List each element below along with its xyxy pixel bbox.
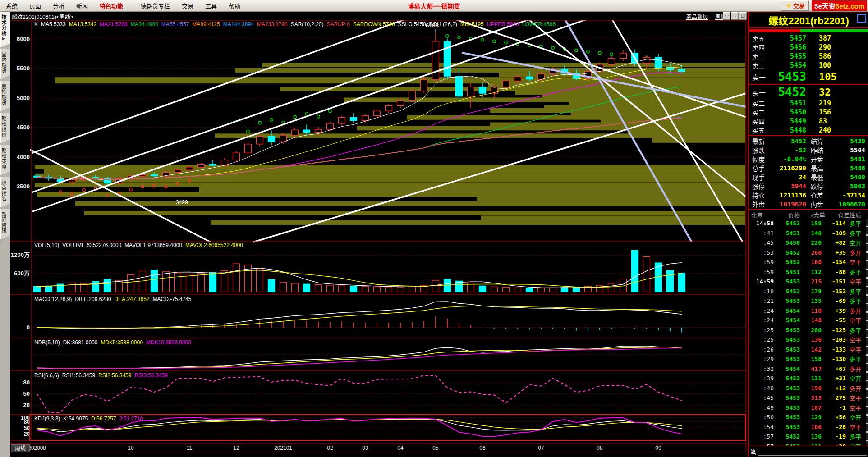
tick-row[interactable]: :265453142-133空平 xyxy=(749,345,868,355)
menu-item-页面[interactable]: 页面 xyxy=(23,0,47,11)
tick-row[interactable]: :255453280-125多平 xyxy=(749,325,868,335)
profile-bar xyxy=(481,215,745,220)
bid-row[interactable]: 买二5451219 xyxy=(749,99,868,108)
tick-row[interactable]: :595452160-154空平 xyxy=(749,257,868,267)
ask-row[interactable]: 卖二5454100 xyxy=(749,61,868,70)
sar-dot xyxy=(458,36,460,39)
candle-body xyxy=(233,153,240,160)
menu-item-工具[interactable]: 工具 xyxy=(199,0,223,11)
divider xyxy=(749,135,868,136)
volume-bar xyxy=(139,271,146,292)
tick-row[interactable]: :535452260+35多开 xyxy=(749,248,868,258)
volume-bar xyxy=(339,286,345,292)
next-arrow-button[interactable]: ⇨ xyxy=(731,12,739,20)
sidebar-tab-新闻资讯[interactable]: 新闻资讯 xyxy=(0,209,10,239)
trend-line xyxy=(32,20,434,153)
tick-row[interactable]: :405453190+12多开 xyxy=(749,384,868,393)
trade-button[interactable]: ⚡ 交易 xyxy=(781,0,809,11)
tick-row[interactable]: :505453129+56空开 xyxy=(749,412,868,422)
sar-dot xyxy=(493,40,496,42)
candle-body xyxy=(479,87,486,93)
tick-footer-box[interactable] xyxy=(758,448,867,456)
tick-row[interactable]: :415451140-109多平 xyxy=(749,228,868,238)
volume-bar xyxy=(667,270,674,292)
tick-row[interactable]: :255453136-103空平 xyxy=(749,335,868,345)
kdj-indicator-readout: KDJ(9,3,3)K:54.9075D:56.7257J:51.2710 xyxy=(34,416,146,422)
sidebar-tab-热点排名[interactable]: 热点排名 xyxy=(0,177,10,207)
tick-row[interactable]: 14:585452158-114多平 xyxy=(749,219,868,228)
info-row: 涨跌-52昨结5504 xyxy=(749,146,868,155)
candle-body xyxy=(92,178,99,178)
tick-row[interactable]: :495453187-1空平 xyxy=(749,403,868,413)
tick-row[interactable]: :455453313-275空平 xyxy=(749,393,868,403)
sidebar-tab-期权策略[interactable]: 期权策略 xyxy=(0,145,10,175)
tick-row[interactable]: :295453158-130多平 xyxy=(749,354,868,364)
maximize-icon[interactable] xyxy=(857,14,866,23)
contract-title: 螺纹2201(010601)<周线> xyxy=(12,13,73,20)
bid-row[interactable]: 买三5450156 xyxy=(749,108,868,117)
chart-plots[interactable]: 600055005000450040003500610834991200万600… xyxy=(10,20,746,453)
ask-row[interactable]: 卖四5456290 xyxy=(749,43,868,52)
sar-dot xyxy=(610,53,613,55)
tick-footer: 笔 xyxy=(749,446,868,457)
menu-item-一德期货专栏[interactable]: 一德期货专栏 xyxy=(129,0,176,11)
main-indicator-readout: KMA5:5333MA13:5342MA21:5288MA34:4980MA55… xyxy=(34,21,559,27)
ask-row[interactable]: 卖三5455586 xyxy=(749,52,868,61)
ndb-line xyxy=(37,347,682,369)
menu-item-系统[interactable]: 系统 xyxy=(0,0,23,11)
volume-bar xyxy=(116,280,123,292)
info-row: 幅度-0.94%开盘5481 xyxy=(749,155,868,164)
info-row: 总手2116290最高5488 xyxy=(749,164,868,173)
tick-row[interactable]: :245454110+39多开 xyxy=(749,306,868,316)
sidebar-tab-期权报价[interactable]: 期权报价 xyxy=(0,113,10,143)
tick-row[interactable]: :575452121+30空开 xyxy=(749,442,868,446)
tick-row[interactable]: :575452136-19多平 xyxy=(749,432,868,442)
candle-body xyxy=(620,53,627,59)
candle-body xyxy=(175,170,181,172)
5etz-logo[interactable]: 5e天资5etz.com xyxy=(812,0,867,11)
tick-row[interactable]: :455450226+82空开 xyxy=(749,238,868,248)
tick-list[interactable]: 14:585452158-114多平:415451140-109多平:45545… xyxy=(749,219,868,446)
divider xyxy=(749,84,868,85)
tick-row[interactable]: :595451112-88多平 xyxy=(749,267,868,277)
sidebar-tab-国内期货[interactable]: 国内期货 xyxy=(0,49,10,79)
bid1-row[interactable]: 买一545232 xyxy=(749,85,868,99)
svg-text:20: 20 xyxy=(24,431,30,437)
candle-body xyxy=(679,70,685,72)
menu-item-特色功能[interactable]: 特色功能 xyxy=(94,0,129,11)
scrollbar[interactable] xyxy=(866,219,868,446)
dea-line xyxy=(37,306,682,328)
menu-item-交易[interactable]: 交易 xyxy=(176,0,199,11)
split-window-button[interactable]: ◫ xyxy=(739,12,747,20)
tick-row[interactable]: :245454148-55空平 xyxy=(749,315,868,325)
tick-row[interactable]: :545453106-28空平 xyxy=(749,422,868,432)
menu-item-帮助[interactable]: 帮助 xyxy=(223,0,246,11)
overlay-link[interactable]: 商品叠加 xyxy=(686,13,708,20)
svg-text:20: 20 xyxy=(23,402,30,408)
menu-item-新闻[interactable]: 新闻 xyxy=(70,0,94,11)
prev-arrow-button[interactable]: ⇦ xyxy=(723,12,730,20)
bid-row[interactable]: 买五5448240 xyxy=(749,126,868,135)
volume-bar xyxy=(327,285,334,292)
lightning-icon: ⚡ xyxy=(785,2,792,9)
sidebar-tab-股指期货[interactable]: 股指期货 xyxy=(0,81,10,111)
x-axis-label: 08 xyxy=(597,445,603,451)
tick-row[interactable]: :325454417+67多开 xyxy=(749,364,868,374)
divider xyxy=(749,209,868,210)
bid-row[interactable]: 买四544983 xyxy=(749,117,868,126)
profile-bar xyxy=(652,138,745,143)
candlestick-chart[interactable]: 600055005000450040003500610834991200万600… xyxy=(10,20,746,453)
tick-row[interactable]: :215453135-69多平 xyxy=(749,296,868,306)
menu-item-分析[interactable]: 分析 xyxy=(47,0,70,11)
candle-body xyxy=(514,77,521,81)
tick-row[interactable]: :105452179-153多平 xyxy=(749,287,868,297)
volume-bar xyxy=(268,280,275,292)
ask1-row[interactable]: 卖一5453105 xyxy=(749,70,868,83)
tick-row[interactable]: 14:595453215-151空平 xyxy=(749,277,868,287)
info-row: 现手24最低5400 xyxy=(749,173,868,182)
sidebar-tab-技术分析[interactable]: 技术分析▶ xyxy=(0,11,10,47)
volume-bar xyxy=(186,274,193,292)
tick-row[interactable]: :395453131+31空开 xyxy=(749,374,868,384)
ask-row[interactable]: 卖五5457387 xyxy=(749,34,868,43)
period-badge[interactable]: 周线 xyxy=(11,444,30,452)
